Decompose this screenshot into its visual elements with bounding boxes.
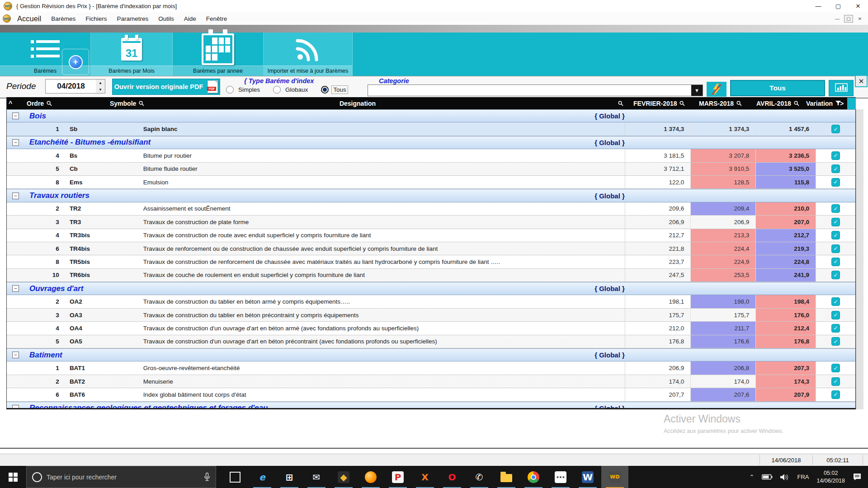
taskbar-pdf-icon[interactable]: P <box>384 466 411 488</box>
variation-checkbox[interactable]: ✓ <box>831 390 840 399</box>
collapse-icon[interactable]: − <box>12 113 19 119</box>
language-indicator[interactable]: FRA <box>797 474 809 480</box>
table-row-tr3[interactable]: 3 TR3 Travaux de construction de plate f… <box>7 216 855 229</box>
variation-checkbox[interactable]: ✓ <box>831 218 840 226</box>
table-row-tr6bis[interactable]: 10 TR6bis Travaux de couche de roulement… <box>7 269 855 282</box>
variation-checkbox[interactable]: ✓ <box>831 297 840 306</box>
search-icon[interactable] <box>736 101 742 106</box>
tray-chevron-icon[interactable]: ⌃ <box>750 474 755 480</box>
collapse-icon[interactable]: − <box>12 405 19 409</box>
taskbar-photos-icon[interactable]: ◆ <box>330 466 357 488</box>
radio-circle-icon[interactable] <box>226 86 234 94</box>
table-row-tr4bis[interactable]: 6 TR4bis Travaux de renforcement ou de c… <box>7 242 855 255</box>
radio-tous[interactable]: Tous <box>321 86 348 94</box>
variation-checkbox[interactable]: ✓ <box>831 311 840 319</box>
add-bareme-button[interactable]: + <box>62 49 89 75</box>
variation-checkbox[interactable]: ✓ <box>831 271 840 279</box>
collapse-icon[interactable]: − <box>12 139 19 146</box>
minimize-button[interactable]: — <box>808 0 828 12</box>
table-row-ems[interactable]: 8 Ems Emulsion 122,0 128,5 115,8 ✓ <box>7 176 855 189</box>
categorie-dropdown[interactable]: ▼ <box>368 84 703 96</box>
taskbar-search[interactable]: Taper ici pour rechercher <box>26 466 216 488</box>
taskbar-xampp-icon[interactable]: X <box>411 466 439 488</box>
table-row-tr5bis[interactable]: 8 TR5bis Travaux de construction de renf… <box>7 255 855 268</box>
taskbar-firefox-icon[interactable] <box>357 466 384 488</box>
table-row-bat2[interactable]: 2 BAT2 Menuiserie 174,0 174,0 174,3 ✓ <box>7 375 855 388</box>
variation-checkbox[interactable]: ✓ <box>831 204 840 213</box>
taskbar-mail-icon[interactable]: ✉ <box>303 466 330 488</box>
variation-checkbox[interactable]: ✓ <box>831 178 840 187</box>
table-row-oa2[interactable]: 2 OA2 Travaux de construction du tablier… <box>7 295 855 308</box>
radio-globaux[interactable]: Globaux <box>273 86 309 94</box>
collapse-icon[interactable]: − <box>12 285 19 292</box>
battery-icon[interactable] <box>762 474 773 480</box>
notification-icon[interactable] <box>853 473 862 481</box>
flash-filter-button[interactable] <box>707 82 726 97</box>
taskbar-edge-icon[interactable]: e <box>249 466 276 488</box>
collapse-icon[interactable]: − <box>12 352 19 358</box>
menu-item-fichiers[interactable]: Fichiers <box>85 15 107 22</box>
group-row-etancheite-bitumes-emulsifiant[interactable]: − Etanchéité - Bitumes -émulsifiant { Gl… <box>7 136 855 149</box>
start-button[interactable] <box>0 466 26 488</box>
variation-checkbox[interactable]: ✓ <box>831 164 840 173</box>
column-header-avril[interactable]: AVRIL-2018 <box>756 97 799 109</box>
dropdown-arrow-icon[interactable]: ▼ <box>691 85 703 96</box>
child-window-close-button[interactable]: ✕ <box>855 75 868 87</box>
mdi-restore-button[interactable]: ▢ <box>844 15 853 23</box>
menu-item-parametres[interactable]: Parametres <box>117 15 149 22</box>
toolbar-button-baremes-par-mois[interactable]: 31 Barèmes par Mois <box>91 33 173 76</box>
radio-simples[interactable]: Simples <box>226 86 261 94</box>
speaker-icon[interactable] <box>780 474 789 481</box>
variation-checkbox[interactable]: ✓ <box>831 337 840 346</box>
taskbar-word-icon[interactable]: W <box>574 466 601 488</box>
search-icon[interactable] <box>679 101 685 106</box>
taskbar-phone-icon[interactable]: ✆ <box>466 466 493 488</box>
table-row-sb[interactable]: 1 Sb Sapin blanc 1 374,3 1 374,3 1 457,6… <box>7 122 855 136</box>
mdi-minimize-button[interactable]: — <box>833 15 842 23</box>
table-row-tr3bis[interactable]: 4 TR3bis Travaux de construction de rout… <box>7 229 855 242</box>
group-row-travaux-routiers[interactable]: − Travaux routiers { Global } <box>7 189 855 202</box>
tous-filter-button[interactable]: Tous <box>730 80 825 96</box>
microphone-icon[interactable] <box>204 473 210 482</box>
spin-down-icon[interactable]: ▼ <box>96 86 105 93</box>
variation-checkbox[interactable]: ✓ <box>831 125 840 133</box>
taskbar-messaging-icon[interactable]: ⋯ <box>547 466 574 488</box>
table-row-bat6[interactable]: 6 BAT6 Index global bâtiment tout corps … <box>7 388 855 401</box>
table-row-cb[interactable]: 5 Cb Bitume fluide routier 3 712,1 3 910… <box>7 163 855 176</box>
search-icon[interactable] <box>794 101 799 106</box>
toolbar-button-importer-et-mise-a-jour-baremes[interactable]: Importer et mise à jour Barèmes <box>264 33 353 76</box>
collapse-icon[interactable]: − <box>12 192 19 199</box>
taskbar-store-icon[interactable]: ⊞ <box>276 466 303 488</box>
chart-button[interactable] <box>829 80 854 96</box>
radio-circle-icon[interactable] <box>273 86 281 94</box>
group-row-bois[interactable]: − Bois { Global } <box>7 109 855 122</box>
maximize-button[interactable]: ▢ <box>828 0 848 12</box>
table-row-bat1[interactable]: 1 BAT1 Gros-oeuvre-revêtement-etanchéité… <box>7 361 855 375</box>
search-icon[interactable] <box>618 101 623 106</box>
mdi-close-button[interactable]: ✕ <box>855 15 864 23</box>
variation-checkbox[interactable]: ✓ <box>831 324 840 333</box>
column-header-fevrier[interactable]: FEVRIER-2018 <box>633 97 685 109</box>
group-row-ouvrages-d-art[interactable]: − Ouvrages d'art { Global } <box>7 282 855 295</box>
search-icon[interactable] <box>139 101 144 106</box>
variation-checkbox[interactable]: ✓ <box>831 231 840 239</box>
column-header-ordre[interactable]: Ordre <box>27 97 52 109</box>
column-header-mars[interactable]: MARS-2018 <box>699 97 742 109</box>
menu-item-outils[interactable]: Outils <box>158 15 174 22</box>
group-row-reconnaissances-geologiques-et-geotechniques-et-forages-d-eau[interactable]: − Reconnaissances geologiques et geotech… <box>7 402 855 409</box>
menu-item-aide[interactable]: Aide <box>184 15 196 22</box>
close-button[interactable]: ✕ <box>848 0 868 12</box>
designation-search[interactable] <box>618 97 623 109</box>
menu-item-accueil[interactable]: Accueil <box>17 14 41 23</box>
column-header-variation[interactable]: Variation <box>806 97 841 109</box>
column-header-symbole[interactable]: Symbole <box>110 97 144 109</box>
radio-circle-icon[interactable] <box>321 86 329 94</box>
periode-spinner[interactable]: ▲▼ <box>96 79 105 94</box>
tray-clock[interactable]: 05:02 14/06/2018 <box>816 469 845 485</box>
vertical-scrollbar[interactable] <box>856 109 863 409</box>
search-icon[interactable] <box>47 101 52 106</box>
taskbar-explorer-icon[interactable] <box>493 466 520 488</box>
table-row-oa3[interactable]: 3 OA3 Travaux de construction du tablier… <box>7 309 855 322</box>
table-row-bs[interactable]: 4 Bs Bitume pur routier 3 181,5 3 207,8 … <box>7 149 855 162</box>
periode-input[interactable]: 04/2018 <box>45 79 97 94</box>
